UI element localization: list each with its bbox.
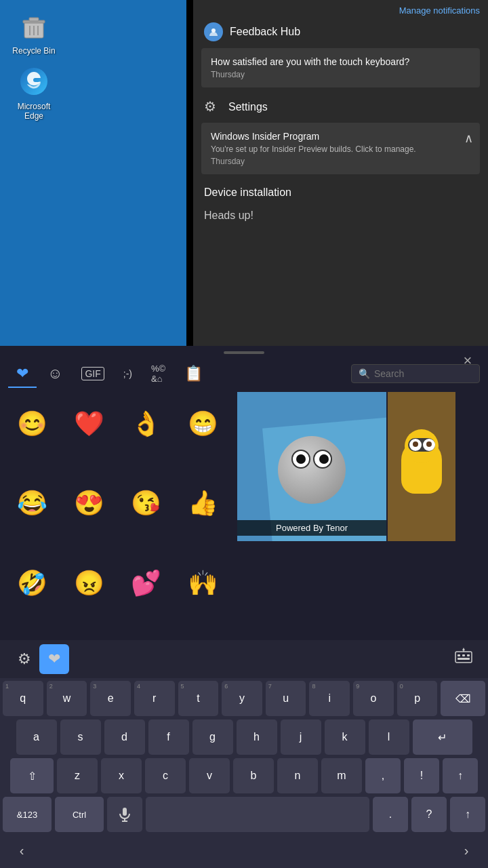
key-ctrl[interactable]: Ctrl bbox=[55, 797, 104, 832]
tab-favorites[interactable]: ❤ bbox=[8, 361, 37, 387]
expand-notification-button[interactable]: ∧ bbox=[464, 131, 473, 146]
left-eye bbox=[291, 450, 310, 469]
settings-header: ⚙ Settings bbox=[193, 90, 488, 120]
key-1[interactable]: 1q bbox=[3, 681, 43, 716]
key-6[interactable]: 6y bbox=[222, 681, 262, 716]
key-0[interactable]: 0p bbox=[397, 681, 438, 716]
key-j[interactable]: j bbox=[281, 719, 321, 755]
desktop-icon-edge[interactable]: MicrosoftEdge bbox=[7, 64, 61, 121]
key-h[interactable]: h bbox=[237, 719, 277, 755]
emoji-mode-button[interactable]: ❤ bbox=[39, 644, 69, 674]
tab-emoji[interactable]: ☺ bbox=[39, 361, 70, 387]
svg-rect-9 bbox=[455, 652, 472, 663]
key-x[interactable]: x bbox=[101, 758, 142, 793]
drag-bar bbox=[224, 351, 264, 354]
emoji-toolbar: ❤ ☺ GIF ;-) %©&⌂ 📋 🔍 bbox=[0, 357, 488, 388]
emoji-cell-7[interactable]: 👍 bbox=[176, 477, 229, 530]
emoji-content-area: 😊 ❤️ 👌 😁 😂 😍 😘 👍 🤣 😠 💕 🙌 bbox=[0, 392, 488, 640]
key-space[interactable] bbox=[146, 797, 369, 832]
key-f[interactable]: f bbox=[148, 719, 189, 755]
edge-label: MicrosoftEdge bbox=[18, 102, 51, 121]
key-5[interactable]: 5t bbox=[178, 681, 219, 716]
emoji-cell-11[interactable]: 🙌 bbox=[176, 557, 229, 610]
emoji-cell-0[interactable]: 😊 bbox=[5, 397, 58, 450]
feedback-hub-header: Feedback Hub bbox=[193, 18, 488, 45]
key-a[interactable]: a bbox=[16, 719, 57, 755]
key-d[interactable]: d bbox=[104, 719, 145, 755]
key-backspace[interactable]: ⌫ bbox=[441, 681, 485, 716]
close-keyboard-button[interactable]: × bbox=[457, 350, 479, 372]
nav-left-button[interactable]: ‹ bbox=[8, 838, 35, 863]
search-icon: 🔍 bbox=[359, 368, 370, 379]
symbols-icon: %©&⌂ bbox=[151, 363, 165, 384]
insider-notif-time: Thursday bbox=[211, 157, 470, 166]
key-3[interactable]: 3e bbox=[90, 681, 131, 716]
key-enter[interactable]: ↵ bbox=[413, 719, 472, 755]
notif-header: Manage notifications bbox=[193, 0, 488, 18]
heads-up-text: Heads up! bbox=[193, 201, 488, 230]
tab-clipboard[interactable]: 📋 bbox=[176, 361, 211, 387]
key-sym[interactable]: &123 bbox=[3, 797, 52, 832]
feedback-hub-notification[interactable]: How satisfied are you with the touch key… bbox=[201, 48, 480, 87]
minion-right-pupil bbox=[426, 441, 432, 447]
key-period[interactable]: . bbox=[373, 797, 408, 832]
recycle-bin-icon bbox=[16, 8, 52, 43]
key-v[interactable]: v bbox=[189, 758, 230, 793]
key-mic[interactable] bbox=[107, 797, 142, 832]
tab-gif[interactable]: GIF bbox=[73, 363, 112, 384]
key-8[interactable]: 8i bbox=[309, 681, 350, 716]
nav-right-button[interactable]: › bbox=[453, 838, 480, 863]
key-m[interactable]: m bbox=[321, 758, 362, 793]
key-l[interactable]: l bbox=[369, 719, 409, 755]
windows-insider-notification[interactable]: Windows Insider Program You're set up fo… bbox=[201, 123, 480, 174]
key-k[interactable]: k bbox=[325, 719, 365, 755]
key-n[interactable]: n bbox=[277, 758, 318, 793]
key-9[interactable]: 9o bbox=[353, 681, 394, 716]
key-right-arrow[interactable]: ↑ bbox=[450, 797, 485, 832]
googly-body bbox=[278, 436, 346, 504]
minion-gif-content bbox=[394, 426, 449, 507]
key-question[interactable]: ? bbox=[411, 797, 447, 832]
clipboard-icon: 📋 bbox=[184, 365, 203, 382]
emoji-cell-1[interactable]: ❤️ bbox=[62, 397, 115, 450]
gif-item-googly-eye[interactable]: Powered By Tenor bbox=[237, 392, 386, 541]
svg-rect-10 bbox=[458, 654, 460, 656]
key-4[interactable]: 4r bbox=[134, 681, 175, 716]
key-s[interactable]: s bbox=[60, 719, 101, 755]
emoji-cell-6[interactable]: 😘 bbox=[119, 477, 172, 530]
emoji-cell-3[interactable]: 😁 bbox=[176, 397, 229, 450]
device-install-header: Device installation bbox=[193, 177, 488, 201]
key-c[interactable]: c bbox=[145, 758, 186, 793]
desktop: Recycle Bin MicrosoftEdge bbox=[0, 0, 186, 346]
key-exclaim[interactable]: ! bbox=[404, 758, 439, 793]
tab-kaomoji[interactable]: ;-) bbox=[115, 364, 140, 383]
key-up-arrow[interactable]: ↑ bbox=[443, 758, 478, 793]
emoji-cell-2[interactable]: 👌 bbox=[119, 397, 172, 450]
device-install-name: Device installation bbox=[204, 186, 291, 199]
desktop-icon-recycle-bin[interactable]: Recycle Bin bbox=[7, 8, 61, 56]
switch-keyboard-icon bbox=[454, 648, 473, 671]
switch-keyboard-button[interactable] bbox=[449, 644, 479, 674]
emoji-cell-8[interactable]: 🤣 bbox=[5, 557, 58, 610]
key-b[interactable]: b bbox=[233, 758, 274, 793]
feedback-hub-name: Feedback Hub bbox=[230, 26, 300, 38]
key-2[interactable]: 2w bbox=[47, 681, 87, 716]
emoji-cell-4[interactable]: 😂 bbox=[5, 477, 58, 530]
drag-handle[interactable]: × bbox=[0, 346, 488, 357]
emoji-cell-10[interactable]: 💕 bbox=[119, 557, 172, 610]
kaomoji-icon: ;-) bbox=[123, 368, 132, 379]
key-g[interactable]: g bbox=[192, 719, 233, 755]
manage-notifications-link[interactable]: Manage notifications bbox=[399, 5, 480, 16]
emoji-cell-5[interactable]: 😍 bbox=[62, 477, 115, 530]
settings-button[interactable]: ⚙ bbox=[9, 644, 39, 674]
gif-item-minion[interactable] bbox=[388, 392, 455, 541]
recycle-bin-label: Recycle Bin bbox=[12, 46, 55, 56]
key-7[interactable]: 7u bbox=[266, 681, 306, 716]
keyboard-nav-row: ‹ › bbox=[3, 835, 485, 868]
tab-symbols[interactable]: %©&⌂ bbox=[143, 359, 174, 388]
settings-name: Settings bbox=[228, 101, 268, 113]
key-shift[interactable]: ⇧ bbox=[10, 758, 54, 793]
key-comma[interactable]: , bbox=[365, 758, 401, 793]
emoji-cell-9[interactable]: 😠 bbox=[62, 557, 115, 610]
key-z[interactable]: z bbox=[57, 758, 98, 793]
